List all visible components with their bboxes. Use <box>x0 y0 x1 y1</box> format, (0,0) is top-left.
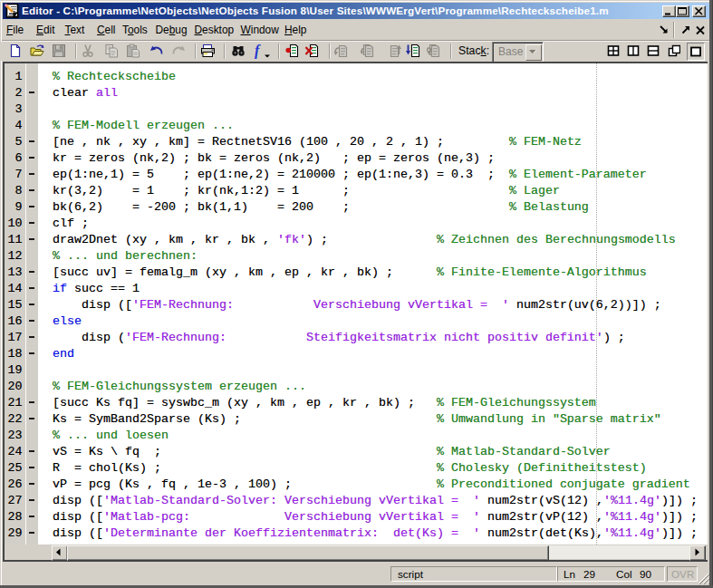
svg-text:f: f <box>255 43 261 59</box>
